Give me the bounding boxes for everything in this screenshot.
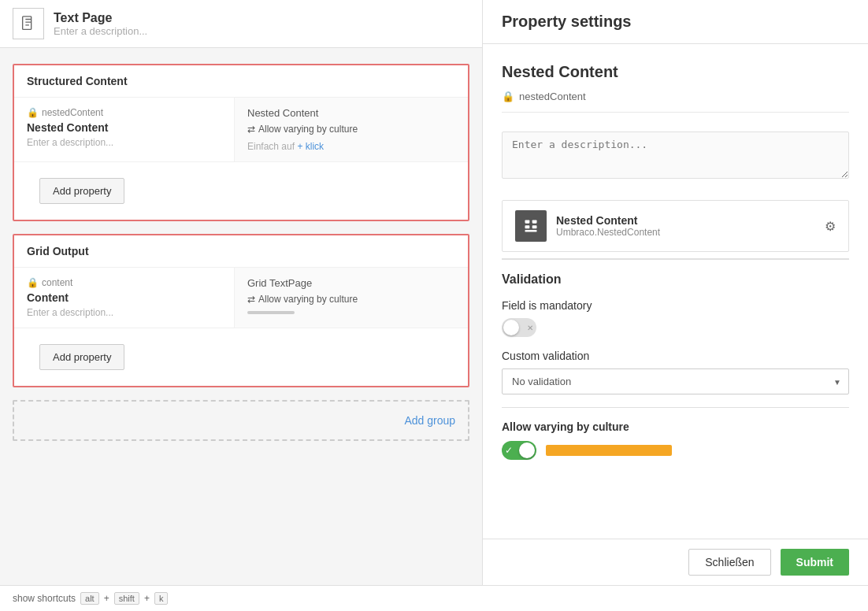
editor-info: Nested Content Umbraco.NestedContent bbox=[556, 214, 815, 238]
hint-link[interactable]: + klick bbox=[297, 141, 324, 152]
shortcut-k: k bbox=[154, 592, 169, 605]
shortcut-shift: shift bbox=[114, 592, 139, 605]
editor-type: Umbraco.NestedContent bbox=[556, 227, 815, 238]
add-group-button[interactable]: Add group bbox=[404, 414, 455, 427]
page-header: Text Page Enter a description... bbox=[0, 0, 482, 48]
divider-1 bbox=[502, 112, 849, 113]
orange-indicator bbox=[546, 445, 672, 456]
culture-label: Allow varying by culture bbox=[502, 420, 849, 433]
svg-rect-3 bbox=[525, 225, 530, 228]
custom-validation-select[interactable]: No validation Email URL Custom regex bbox=[502, 368, 849, 394]
page-title: Text Page bbox=[54, 11, 147, 25]
group-header-structured: Structured Content bbox=[14, 65, 468, 98]
field-group-description bbox=[502, 131, 849, 181]
shortcuts-bar: show shortcuts alt + shift + k bbox=[0, 585, 868, 611]
property-row-content: 🔒 content Content Enter a description...… bbox=[14, 268, 468, 328]
group-grid-output: Grid Output 🔒 content Content Enter a de… bbox=[13, 234, 469, 387]
add-group-container: Add group bbox=[14, 402, 468, 439]
property-left-content: 🔒 content Content Enter a description... bbox=[14, 268, 235, 328]
editor-icon bbox=[515, 210, 547, 242]
scrollbar-area bbox=[247, 311, 455, 314]
custom-validation-select-wrap: No validation Email URL Custom regex bbox=[502, 368, 849, 394]
cancel-button[interactable]: Schließen bbox=[688, 549, 770, 576]
lock-icon: 🔒 bbox=[27, 107, 39, 118]
property-culture-tag: ⇄ Allow varying by culture bbox=[247, 124, 358, 135]
shortcut-plus-2: + bbox=[144, 593, 150, 604]
svg-rect-2 bbox=[532, 220, 537, 224]
svg-rect-5 bbox=[525, 230, 537, 232]
add-property-area-1: Add property bbox=[14, 162, 468, 220]
property-type-content: Grid TextPage bbox=[247, 277, 455, 289]
submit-button[interactable]: Submit bbox=[781, 549, 849, 576]
property-left: 🔒 nestedContent Nested Content Enter a d… bbox=[14, 98, 235, 161]
property-description-left: Enter a description... bbox=[27, 137, 221, 148]
page-description: Enter a description... bbox=[54, 25, 147, 37]
svg-rect-0 bbox=[23, 17, 32, 30]
custom-validation-row: Custom validation No validation Email UR… bbox=[502, 350, 849, 394]
editor-name: Nested Content bbox=[556, 214, 815, 227]
property-hint: Einfach auf + klick bbox=[247, 141, 455, 152]
group-header-grid: Grid Output bbox=[14, 235, 468, 268]
property-name: Nested Content bbox=[27, 121, 221, 134]
right-panel-title: Property settings bbox=[502, 13, 849, 31]
page-info: Text Page Enter a description... bbox=[54, 11, 147, 37]
description-input[interactable] bbox=[502, 131, 849, 179]
custom-validation-label: Custom validation bbox=[502, 350, 849, 362]
right-body: Nested Content 🔒 nestedContent bbox=[483, 44, 868, 539]
shortcut-alt: alt bbox=[80, 592, 99, 605]
svg-rect-1 bbox=[525, 220, 530, 224]
toggle-x-icon: ✕ bbox=[527, 324, 533, 332]
validation-section-title: Validation bbox=[502, 258, 849, 287]
property-culture-tag-2: ⇄ Allow varying by culture bbox=[247, 294, 358, 305]
right-footer: Schließen Submit bbox=[483, 539, 868, 585]
property-right-content: Grid TextPage ⇄ Allow varying by culture bbox=[235, 268, 468, 328]
right-header: Property settings bbox=[483, 0, 868, 44]
culture-toggle[interactable]: ✓ bbox=[502, 441, 536, 460]
right-panel: Property settings Nested Content 🔒 neste… bbox=[482, 0, 868, 585]
property-row-nested-content: 🔒 nestedContent Nested Content Enter a d… bbox=[14, 98, 468, 162]
add-group-area: Add group bbox=[13, 400, 469, 441]
property-right: Nested Content ⇄ Allow varying by cultur… bbox=[235, 98, 468, 161]
editor-card: Nested Content Umbraco.NestedContent ⚙ bbox=[502, 200, 849, 252]
lock-icon-2: 🔒 bbox=[27, 277, 39, 288]
gear-button[interactable]: ⚙ bbox=[825, 219, 836, 234]
page-icon bbox=[13, 8, 44, 39]
property-description-content: Enter a description... bbox=[27, 307, 221, 318]
left-panel: Text Page Enter a description... Structu… bbox=[0, 0, 482, 585]
property-alias: 🔒 nestedContent bbox=[27, 107, 221, 118]
mandatory-label: Field is mandatory bbox=[502, 299, 849, 312]
add-property-button-2[interactable]: Add property bbox=[39, 344, 124, 370]
check-icon: ✓ bbox=[505, 445, 513, 456]
alias-value: nestedContent bbox=[519, 91, 586, 102]
shortcuts-label: show shortcuts bbox=[13, 593, 76, 604]
culture-toggle-area: Allow varying by culture ✓ bbox=[502, 407, 849, 460]
mandatory-toggle-row: Field is mandatory ✕ bbox=[502, 299, 849, 337]
svg-rect-4 bbox=[532, 225, 537, 228]
content-area: Structured Content 🔒 nestedContent Neste… bbox=[0, 48, 482, 469]
arrows-icon: ⇄ bbox=[247, 124, 255, 135]
mandatory-toggle[interactable]: ✕ bbox=[502, 318, 536, 337]
alias-row: 🔒 nestedContent bbox=[502, 91, 849, 102]
arrows-icon-2: ⇄ bbox=[247, 294, 255, 305]
group-structured-content: Structured Content 🔒 nestedContent Neste… bbox=[13, 64, 469, 221]
mandatory-toggle-wrap: ✕ bbox=[502, 318, 849, 337]
lock-icon-right: 🔒 bbox=[502, 91, 514, 102]
nested-content-title: Nested Content bbox=[502, 63, 849, 81]
property-name-content: Content bbox=[27, 291, 221, 304]
property-type: Nested Content bbox=[247, 107, 455, 119]
shortcut-plus-1: + bbox=[104, 593, 109, 604]
add-property-button-1[interactable]: Add property bbox=[39, 178, 124, 204]
property-alias-content: 🔒 content bbox=[27, 277, 221, 288]
culture-toggle-wrap: ✓ bbox=[502, 441, 849, 460]
add-property-area-2: Add property bbox=[14, 328, 468, 386]
field-group-title: Nested Content 🔒 nestedContent bbox=[502, 63, 849, 113]
